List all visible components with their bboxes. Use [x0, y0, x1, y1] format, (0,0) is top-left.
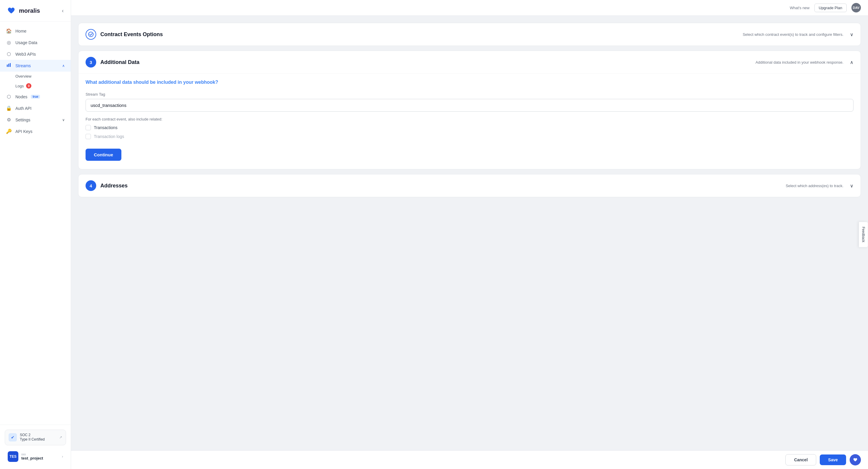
sidebar-footer: ✔ SOC 2 Type II Certified ↗ TES xxx test… — [0, 425, 71, 469]
additional-data-chevron-icon[interactable]: ∧ — [850, 60, 854, 65]
sidebar-item-nodes[interactable]: ⬡ Nodes true — [0, 91, 71, 102]
moralis-logo-icon — [6, 5, 17, 16]
contract-events-header: Contract Events Options Select which con… — [79, 23, 861, 45]
sidebar-collapse-button[interactable]: ‹ — [61, 6, 65, 15]
upgrade-plan-button[interactable]: Upgrade Plan — [814, 4, 847, 12]
webhook-question: What additional data should be included … — [86, 80, 854, 85]
sidebar: moralis ‹ 🏠 Home ◎ Usage Data ⬡ Web3 API… — [0, 0, 71, 469]
addresses-subtitle: Select which address(es) to track. — [786, 184, 843, 188]
settings-chevron-icon: ∨ — [62, 118, 65, 122]
continue-button[interactable]: Continue — [86, 149, 121, 161]
addresses-step-circle: 4 — [86, 180, 96, 191]
web3-apis-icon: ⬡ — [6, 51, 12, 57]
save-button[interactable]: Save — [820, 455, 846, 465]
project-chevron-icon: › — [62, 455, 63, 459]
additional-data-header: 3 Additional Data Additional data includ… — [79, 51, 861, 73]
sidebar-item-home-label: Home — [16, 29, 26, 33]
project-name: test_project — [21, 456, 59, 461]
feedback-tab[interactable]: Feedback — [859, 222, 868, 248]
svg-rect-2 — [8, 64, 9, 67]
sidebar-item-streams[interactable]: Streams ∧ — [0, 60, 71, 72]
contract-events-chevron-icon[interactable]: ∨ — [850, 32, 854, 37]
topbar: What's new Upgrade Plan DAV — [71, 0, 868, 16]
project-info: xxx test_project — [21, 453, 59, 461]
svg-point-4 — [89, 32, 93, 37]
sidebar-item-usage-data-label: Usage Data — [16, 40, 37, 45]
sidebar-nav: 🏠 Home ◎ Usage Data ⬡ Web3 APIs Streams … — [0, 22, 71, 425]
contract-events-step-circle — [86, 29, 96, 40]
contract-events-subtitle: Select which contract event(s) to track … — [743, 32, 843, 37]
addresses-header: 4 Addresses Select which address(es) to … — [79, 175, 861, 197]
logs-badge: 0 — [26, 83, 31, 89]
soc-badge[interactable]: ✔ SOC 2 Type II Certified ↗ — [5, 430, 66, 445]
moralis-chat-icon[interactable] — [850, 454, 861, 465]
streams-chevron-icon: ∧ — [62, 64, 65, 68]
sidebar-item-web3-apis-label: Web3 APIs — [16, 52, 36, 57]
addresses-chevron-icon[interactable]: ∨ — [850, 183, 854, 189]
project-avatar: TES — [8, 451, 18, 462]
svg-rect-1 — [7, 65, 8, 67]
additional-data-card: 3 Additional Data Additional data includ… — [78, 51, 861, 169]
sidebar-subitem-logs-label: Logs — [16, 84, 24, 88]
transaction-logs-checkbox-row: Transaction logs — [86, 134, 854, 139]
nodes-icon: ⬡ — [6, 94, 12, 99]
whats-new-link[interactable]: What's new — [790, 6, 810, 10]
usage-data-icon: ◎ — [6, 40, 12, 45]
api-keys-icon: 🔑 — [6, 128, 12, 134]
logo-text: moralis — [19, 7, 40, 14]
stream-tag-label: Stream Tag — [86, 92, 854, 96]
sidebar-item-home[interactable]: 🏠 Home — [0, 25, 71, 37]
transaction-logs-checkbox-label: Transaction logs — [94, 134, 124, 139]
sidebar-logo-area: moralis ‹ — [0, 0, 71, 22]
transaction-logs-checkbox[interactable] — [86, 134, 91, 139]
streams-icon — [6, 63, 12, 69]
sidebar-item-nodes-label: Nodes — [16, 94, 27, 99]
soc-subtitle: Type II Certified — [20, 437, 45, 442]
home-icon: 🏠 — [6, 28, 12, 34]
additional-data-body: What additional data should be included … — [79, 73, 861, 169]
content-area: Contract Events Options Select which con… — [71, 16, 868, 450]
additional-data-title: Additional Data — [100, 59, 140, 65]
soc-external-link-icon: ↗ — [59, 435, 62, 439]
auth-api-icon: 🔒 — [6, 105, 12, 111]
svg-rect-3 — [10, 63, 11, 67]
transactions-checkbox[interactable] — [86, 125, 91, 130]
logo: moralis — [6, 5, 40, 16]
nodes-new-badge: true — [31, 95, 40, 99]
sidebar-item-api-keys[interactable]: 🔑 API Keys — [0, 126, 71, 137]
sidebar-item-auth-api-label: Auth API — [16, 106, 31, 111]
soc-text: SOC 2 Type II Certified — [20, 433, 45, 442]
additional-data-step-circle: 3 — [86, 57, 96, 67]
sidebar-item-web3-apis[interactable]: ⬡ Web3 APIs — [0, 48, 71, 60]
sidebar-item-settings-label: Settings — [16, 118, 30, 122]
sidebar-subitem-overview-label: Overview — [16, 74, 31, 79]
sidebar-item-settings[interactable]: ⚙ Settings ∨ — [0, 114, 71, 126]
project-label: xxx — [21, 453, 59, 456]
include-related-label: For each contract event, also include re… — [86, 117, 854, 121]
sidebar-item-api-keys-label: API Keys — [16, 129, 33, 134]
settings-icon: ⚙ — [6, 117, 12, 123]
sidebar-subitem-overview[interactable]: Overview — [0, 72, 71, 81]
transactions-checkbox-label: Transactions — [94, 125, 118, 130]
main-area: What's new Upgrade Plan DAV Contract Eve… — [71, 0, 868, 469]
project-switcher[interactable]: TES xxx test_project › — [5, 449, 66, 464]
contract-events-title: Contract Events Options — [100, 31, 163, 38]
soc-title: SOC 2 — [20, 433, 45, 438]
addresses-title: Addresses — [100, 183, 128, 189]
sidebar-subitem-logs[interactable]: Logs 0 — [0, 81, 71, 91]
bottom-bar: Cancel Save — [71, 450, 868, 469]
sidebar-item-auth-api[interactable]: 🔒 Auth API — [0, 102, 71, 114]
additional-data-subtitle: Additional data included in your webhook… — [755, 60, 843, 65]
addresses-card: 4 Addresses Select which address(es) to … — [78, 174, 861, 197]
contract-events-card: Contract Events Options Select which con… — [78, 23, 861, 46]
sidebar-item-usage-data[interactable]: ◎ Usage Data — [0, 37, 71, 48]
soc-icon: ✔ — [8, 433, 17, 441]
stream-tag-input[interactable] — [86, 99, 854, 112]
transactions-checkbox-row: Transactions — [86, 125, 854, 130]
user-avatar[interactable]: DAV — [851, 3, 861, 12]
cancel-button[interactable]: Cancel — [785, 454, 816, 465]
sidebar-item-streams-label: Streams — [16, 63, 31, 68]
